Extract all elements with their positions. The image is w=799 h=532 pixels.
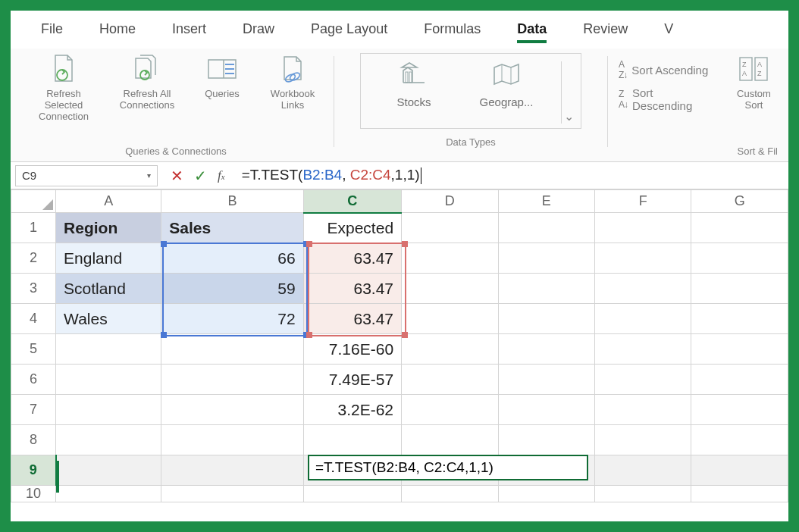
cell-B3[interactable]: 59 [161,274,303,304]
col-header-A[interactable]: A [56,190,161,213]
cell-C8[interactable] [303,425,402,455]
cell-G1[interactable] [691,213,788,243]
tab-draw[interactable]: Draw [243,21,274,42]
cell-F10[interactable] [595,486,691,502]
cell-D8[interactable] [402,425,498,455]
sort-ascending-button[interactable]: AZ↓ Sort Ascending [619,59,715,80]
tab-formulas[interactable]: Formulas [424,21,481,42]
col-header-G[interactable]: G [691,190,788,213]
cell-E3[interactable] [498,274,594,304]
cell-E7[interactable] [498,395,594,425]
enter-icon[interactable]: ✓ [194,167,207,185]
tab-page-layout[interactable]: Page Layout [311,21,387,42]
row-header-10[interactable]: 10 [11,486,56,502]
cell-D2[interactable] [402,243,498,274]
tab-insert[interactable]: Insert [172,21,206,42]
cell-G2[interactable] [691,243,788,274]
cell-E10[interactable] [498,486,594,502]
cell-F7[interactable] [595,395,691,425]
col-header-B[interactable]: B [161,190,303,213]
cell-D1[interactable] [402,213,498,243]
cell-G5[interactable] [691,334,788,365]
cell-A1[interactable]: Region [56,213,161,243]
cell-C5[interactable]: 7.16E-60 [303,334,402,365]
tab-data[interactable]: Data [517,21,547,42]
refresh-selected-button[interactable]: Refresh Selected Connection [29,53,99,122]
cell-E2[interactable] [498,243,594,274]
cell-D3[interactable] [402,274,498,304]
col-header-D[interactable]: D [402,190,498,213]
fx-icon[interactable]: fx [218,168,225,183]
cell-B7[interactable] [161,395,303,425]
row-header-6[interactable]: 6 [11,365,56,395]
row-header-5[interactable]: 5 [11,334,56,365]
row-header-2[interactable]: 2 [11,243,56,274]
cell-A7[interactable] [56,395,161,425]
cell-F4[interactable] [595,304,691,334]
cell-G7[interactable] [691,395,788,425]
cell-D10[interactable] [402,486,498,502]
cell-F1[interactable] [595,213,691,243]
cell-C2[interactable]: 63.47 [303,243,402,274]
row-header-8[interactable]: 8 [11,425,56,455]
cell-E5[interactable] [498,334,594,365]
cell-F6[interactable] [595,365,691,395]
cell-D5[interactable] [402,334,498,365]
row-header-1[interactable]: 1 [11,213,56,243]
cell-A2[interactable]: England [56,243,161,274]
cell-E1[interactable] [498,213,594,243]
datatypes-expand[interactable]: ⌄ [561,61,576,124]
cell-B6[interactable] [161,365,303,395]
cell-G8[interactable] [691,425,788,455]
cell-G3[interactable] [691,274,788,304]
geography-button[interactable]: Geograp... [468,61,544,108]
cell-B9[interactable] [161,455,303,486]
tab-file[interactable]: File [41,21,63,42]
cell-G4[interactable] [691,304,788,334]
col-header-C[interactable]: C [303,190,402,213]
cell-G6[interactable] [691,365,788,395]
cell-A5[interactable] [56,334,161,365]
cell-G9[interactable] [691,455,788,486]
row-header-7[interactable]: 7 [11,395,56,425]
workbook-links-button[interactable]: Workbook Links [262,53,323,111]
cell-edit-overlay[interactable]: =T.TEST(B2:B4, C2:C4,1,1) [308,455,588,480]
custom-sort-button[interactable]: ZAAZ Custom Sort [730,53,778,111]
cell-C6[interactable]: 7.49E-57 [303,365,402,395]
refresh-all-button[interactable]: Refresh All Connections [112,53,182,111]
cell-A9[interactable] [56,455,161,486]
sort-descending-button[interactable]: ZA↓ Sort Descending [619,86,715,112]
cell-B2[interactable]: 66 [161,243,303,274]
tab-review[interactable]: Review [583,21,628,42]
cell-C1[interactable]: Expected [303,213,402,243]
cell-B5[interactable] [161,334,303,365]
cell-D4[interactable] [402,304,498,334]
cell-D6[interactable] [402,365,498,395]
cell-A8[interactable] [56,425,161,455]
cell-C3[interactable]: 63.47 [303,274,402,304]
cell-F2[interactable] [595,243,691,274]
cell-C10[interactable] [303,486,402,502]
formula-input[interactable]: =T.TEST(B2:B4, C2:C4,1,1) [236,167,788,184]
cell-F5[interactable] [595,334,691,365]
cancel-icon[interactable]: ✕ [171,167,183,185]
col-header-F[interactable]: F [595,190,691,213]
cell-A10[interactable] [56,486,161,502]
cell-A3[interactable]: Scotland [56,274,161,304]
queries-button[interactable]: Queries [196,53,249,99]
col-header-E[interactable]: E [498,190,594,213]
cell-F8[interactable] [595,425,691,455]
cell-A4[interactable]: Wales [56,304,161,334]
cell-D7[interactable] [402,395,498,425]
cell-F9[interactable] [595,455,691,486]
cell-B10[interactable] [161,486,303,502]
cell-E4[interactable] [498,304,594,334]
cell-E6[interactable] [498,365,594,395]
row-header-9[interactable]: 9 [11,455,56,486]
row-header-4[interactable]: 4 [11,304,56,334]
cell-A6[interactable] [56,365,161,395]
cell-B1[interactable]: Sales [161,213,303,243]
name-box[interactable]: C9 ▾ [15,165,158,186]
cell-F3[interactable] [595,274,691,304]
cell-E8[interactable] [498,425,594,455]
